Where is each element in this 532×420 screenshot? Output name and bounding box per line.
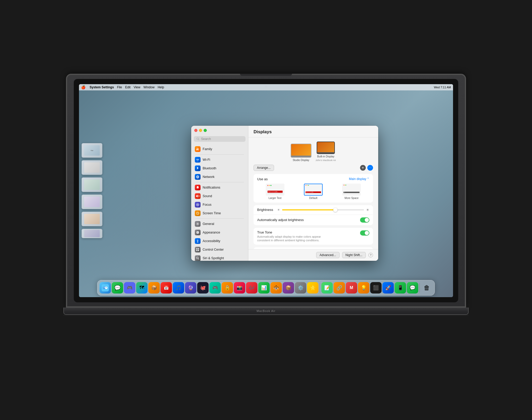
macbook-base-label: MacBook Air xyxy=(257,309,276,312)
traffic-lights xyxy=(194,129,207,132)
stage-thumb-2[interactable] xyxy=(82,160,102,175)
display-controls-right: + ⋯ xyxy=(360,165,373,171)
svg-line-16 xyxy=(198,258,199,259)
menu-file[interactable]: File xyxy=(117,85,122,89)
apple-logo-icon[interactable]: 🍎 xyxy=(81,85,85,89)
brightness-section: Brightness ☀ ☀ xyxy=(254,205,373,225)
dock-app24[interactable]: 🚀 xyxy=(382,282,394,294)
dock-app20[interactable]: 🔗 xyxy=(334,282,345,294)
dock-app21[interactable]: M xyxy=(346,282,357,294)
menu-help[interactable]: Help xyxy=(158,85,164,89)
use-as-preview-larger-text: Here's to trouble... xyxy=(266,184,284,196)
sidebar-item-general[interactable]: General xyxy=(193,220,247,228)
sidebar-item-screentime[interactable]: Screen Time xyxy=(193,209,247,217)
use-as-label-default: Default xyxy=(309,197,317,199)
dock-app6[interactable]: 📅 xyxy=(161,282,172,294)
svg-point-25 xyxy=(106,287,107,288)
sidebar-item-wifi[interactable]: Wi-Fi xyxy=(193,156,247,164)
true-tone-toggle[interactable] xyxy=(360,230,369,236)
sidebar-item-spotlight[interactable]: Siri & Spotlight xyxy=(193,254,247,261)
macbook-computer: 🍎 System Settings File Edit View Window … xyxy=(58,74,474,346)
dock-app13[interactable]: 🎶 xyxy=(246,282,257,294)
controlcenter-icon xyxy=(195,247,201,252)
sidebar-item-appearance[interactable]: Appearance xyxy=(193,228,247,237)
dock-trash[interactable]: 🗑 xyxy=(421,282,433,294)
minimize-button[interactable] xyxy=(199,129,202,132)
dock-app22[interactable]: 💡 xyxy=(358,282,369,294)
display-options-button[interactable]: ⋯ xyxy=(367,165,373,171)
sidebar-item-sound[interactable]: Sound xyxy=(193,192,247,200)
builtin-display-thumb[interactable] xyxy=(317,142,335,154)
dock-app25[interactable]: 📱 xyxy=(395,282,406,294)
menu-window[interactable]: Window xyxy=(143,85,155,89)
dock-systemprefs[interactable]: ⚙️ xyxy=(295,282,306,294)
dock-app5[interactable]: 📦 xyxy=(148,282,160,294)
slider-thumb xyxy=(333,208,337,212)
sidebar-item-accessibility[interactable]: Accessibility xyxy=(193,237,247,245)
dock-app19[interactable]: 📝 xyxy=(321,282,333,294)
family-icon xyxy=(195,146,201,152)
sidebar-label-wifi: Wi-Fi xyxy=(203,158,210,162)
sidebar-item-network[interactable]: Network xyxy=(193,173,247,181)
stage-thumb-5[interactable] xyxy=(82,212,102,226)
dock-app15[interactable]: 🐯 xyxy=(270,282,282,294)
studio-display-thumb[interactable] xyxy=(291,144,311,158)
auto-brightness-toggle[interactable] xyxy=(360,217,369,223)
settings-window: Search Family xyxy=(191,126,378,261)
svg-point-24 xyxy=(104,287,105,288)
brightness-label: Brightness xyxy=(257,208,273,212)
maximize-button[interactable] xyxy=(204,129,207,132)
use-as-option-larger-text[interactable]: Here's to trouble... Larger Text xyxy=(257,184,293,199)
dock-app18[interactable]: 🌟 xyxy=(307,282,318,294)
sidebar-item-family[interactable]: Family xyxy=(193,145,247,153)
use-as-option-default[interactable]: Here's to trouble... Default xyxy=(295,184,331,199)
stage-thumb-6[interactable] xyxy=(82,229,102,238)
sidebar-item-bluetooth[interactable]: Bluetooth xyxy=(193,164,247,172)
dock-app14[interactable]: 📊 xyxy=(258,282,270,294)
dock-messages2[interactable]: 💬 xyxy=(407,282,418,294)
sidebar-item-controlcenter[interactable]: Control Center xyxy=(193,245,247,254)
dock-app23[interactable]: ⬛ xyxy=(370,282,382,294)
sidebar-divider-2 xyxy=(195,182,244,182)
dock-messages[interactable]: 💬 xyxy=(112,282,123,294)
sidebar-search[interactable]: Search xyxy=(194,136,245,142)
dock-app8[interactable]: 🔮 xyxy=(185,282,196,294)
use-as-option-more-space[interactable]: text More Space xyxy=(334,184,369,199)
brightness-slider[interactable] xyxy=(282,209,364,210)
main-display-button[interactable]: Main display ⌃ xyxy=(349,177,369,181)
use-as-label: Use as xyxy=(257,177,268,181)
menu-bar-time: Wed 7:11 AM xyxy=(434,86,451,89)
sidebar-item-focus[interactable]: Focus xyxy=(193,201,247,209)
dock-app7[interactable]: 🎵 xyxy=(173,282,184,294)
menu-edit[interactable]: Edit xyxy=(125,85,131,89)
stage-manager: App xyxy=(82,143,102,238)
dock-app10[interactable]: 🎮 xyxy=(209,282,221,294)
help-button[interactable]: ? xyxy=(368,253,373,257)
stage-thumb-1[interactable]: App xyxy=(82,143,102,158)
menu-view[interactable]: View xyxy=(134,85,140,89)
sidebar-divider-3 xyxy=(195,218,244,219)
stage-thumb-4[interactable] xyxy=(82,195,102,209)
arrange-button[interactable]: Arrange... xyxy=(254,165,274,171)
night-shift-button[interactable]: Night Shift... xyxy=(342,252,366,258)
dock-app12[interactable]: 📸 xyxy=(234,282,245,294)
search-icon xyxy=(196,137,200,141)
sidebar-item-notifications[interactable]: Notifications xyxy=(193,183,247,192)
settings-main: Displays Studio Display xyxy=(248,126,378,261)
stage-thumb-3[interactable] xyxy=(82,177,102,192)
dock-discord[interactable]: 🎮 xyxy=(124,282,135,294)
dock-app16[interactable]: 📦 xyxy=(283,282,294,294)
menu-bar-right: Wed 7:11 AM xyxy=(434,86,451,89)
dock-app9[interactable]: 🐙 xyxy=(197,282,209,294)
svg-point-10 xyxy=(197,239,198,240)
dock-maps[interactable]: 🗺 xyxy=(136,282,148,294)
svg-rect-12 xyxy=(198,248,199,249)
dock-app11[interactable]: 🔒 xyxy=(222,282,233,294)
use-as-label-more-space: More Space xyxy=(344,197,358,199)
settings-title: Displays xyxy=(248,126,378,137)
dock-finder[interactable] xyxy=(99,282,111,294)
advanced-button[interactable]: Advanced... xyxy=(316,252,339,258)
add-display-button[interactable]: + xyxy=(360,165,366,171)
close-button[interactable] xyxy=(194,129,197,132)
sidebar-label-bluetooth: Bluetooth xyxy=(203,166,216,170)
